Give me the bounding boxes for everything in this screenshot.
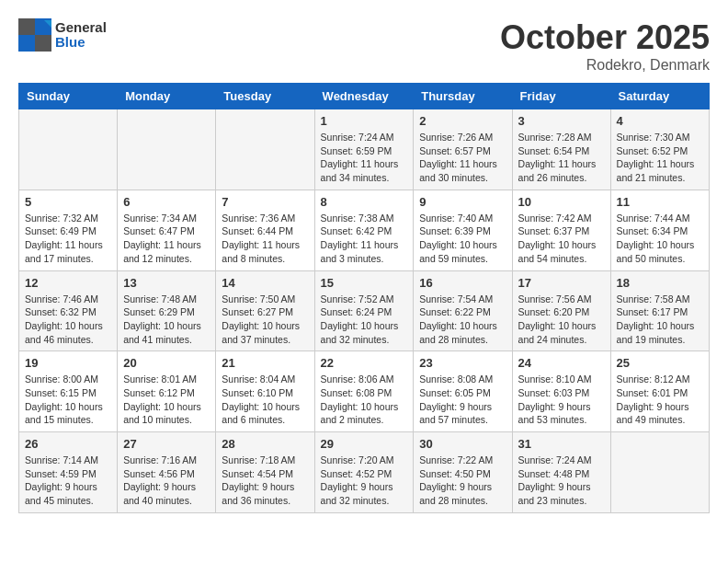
calendar-day-cell: 19Sunrise: 8:00 AM Sunset: 6:15 PM Dayli…: [19, 351, 118, 432]
day-of-week-header: Friday: [512, 84, 610, 109]
calendar-day-cell: 14Sunrise: 7:50 AM Sunset: 6:27 PM Dayli…: [216, 270, 314, 351]
location: Rodekro, Denmark: [500, 57, 710, 74]
calendar-day-cell: 24Sunrise: 8:10 AM Sunset: 6:03 PM Dayli…: [512, 351, 610, 432]
calendar-day-cell: 11Sunrise: 7:44 AM Sunset: 6:34 PM Dayli…: [610, 190, 709, 270]
day-info: Sunrise: 8:06 AM Sunset: 6:08 PM Dayligh…: [321, 373, 408, 427]
calendar-day-cell: 21Sunrise: 8:04 AM Sunset: 6:10 PM Dayli…: [216, 351, 314, 432]
day-info: Sunrise: 7:16 AM Sunset: 4:56 PM Dayligh…: [123, 454, 210, 508]
calendar-day-cell: [610, 432, 709, 513]
day-number: 28: [222, 437, 308, 451]
day-info: Sunrise: 8:08 AM Sunset: 6:05 PM Dayligh…: [419, 373, 506, 427]
day-number: 22: [321, 356, 408, 370]
day-info: Sunrise: 7:36 AM Sunset: 6:44 PM Dayligh…: [222, 212, 308, 266]
calendar-day-cell: 10Sunrise: 7:42 AM Sunset: 6:37 PM Dayli…: [512, 190, 610, 270]
calendar-header-row: SundayMondayTuesdayWednesdayThursdayFrid…: [19, 84, 710, 109]
calendar-week-row: 1Sunrise: 7:24 AM Sunset: 6:59 PM Daylig…: [19, 109, 710, 190]
logo-icon: [18, 18, 51, 52]
calendar-day-cell: 3Sunrise: 7:28 AM Sunset: 6:54 PM Daylig…: [512, 109, 610, 190]
calendar-day-cell: 30Sunrise: 7:22 AM Sunset: 4:50 PM Dayli…: [414, 432, 512, 513]
svg-rect-2: [18, 35, 35, 52]
day-info: Sunrise: 7:54 AM Sunset: 6:22 PM Dayligh…: [419, 293, 506, 347]
calendar-day-cell: 22Sunrise: 8:06 AM Sunset: 6:08 PM Dayli…: [314, 351, 414, 432]
day-number: 18: [617, 276, 703, 290]
calendar-day-cell: 2Sunrise: 7:26 AM Sunset: 6:57 PM Daylig…: [414, 109, 512, 190]
calendar-day-cell: 6Sunrise: 7:34 AM Sunset: 6:47 PM Daylig…: [118, 190, 216, 270]
calendar-day-cell: 23Sunrise: 8:08 AM Sunset: 6:05 PM Dayli…: [414, 351, 512, 432]
calendar-week-row: 5Sunrise: 7:32 AM Sunset: 6:49 PM Daylig…: [19, 190, 710, 270]
day-of-week-header: Sunday: [19, 84, 118, 109]
day-info: Sunrise: 7:48 AM Sunset: 6:29 PM Dayligh…: [123, 293, 210, 347]
day-number: 25: [617, 356, 703, 370]
day-number: 31: [518, 437, 605, 451]
day-number: 23: [419, 356, 506, 370]
day-info: Sunrise: 7:24 AM Sunset: 4:48 PM Dayligh…: [518, 454, 605, 508]
calendar-day-cell: 28Sunrise: 7:18 AM Sunset: 4:54 PM Dayli…: [216, 432, 314, 513]
day-number: 24: [518, 356, 605, 370]
page-header: General Blue October 2025 Rodekro, Denma…: [18, 18, 710, 74]
calendar-day-cell: 25Sunrise: 8:12 AM Sunset: 6:01 PM Dayli…: [610, 351, 709, 432]
day-info: Sunrise: 7:26 AM Sunset: 6:57 PM Dayligh…: [419, 131, 506, 185]
day-number: 20: [123, 356, 210, 370]
calendar-day-cell: 4Sunrise: 7:30 AM Sunset: 6:52 PM Daylig…: [610, 109, 709, 190]
calendar-day-cell: 9Sunrise: 7:40 AM Sunset: 6:39 PM Daylig…: [414, 190, 512, 270]
day-info: Sunrise: 7:46 AM Sunset: 6:32 PM Dayligh…: [25, 293, 111, 347]
day-info: Sunrise: 7:40 AM Sunset: 6:39 PM Dayligh…: [419, 212, 506, 266]
calendar-day-cell: 1Sunrise: 7:24 AM Sunset: 6:59 PM Daylig…: [314, 109, 414, 190]
day-info: Sunrise: 8:01 AM Sunset: 6:12 PM Dayligh…: [123, 373, 210, 427]
day-number: 12: [25, 276, 111, 290]
day-number: 3: [518, 114, 605, 128]
calendar-day-cell: 7Sunrise: 7:36 AM Sunset: 6:44 PM Daylig…: [216, 190, 314, 270]
day-of-week-header: Saturday: [610, 84, 709, 109]
day-info: Sunrise: 8:12 AM Sunset: 6:01 PM Dayligh…: [617, 373, 703, 427]
day-number: 6: [123, 195, 210, 209]
day-of-week-header: Tuesday: [216, 84, 314, 109]
day-number: 15: [321, 276, 408, 290]
day-number: 29: [321, 437, 408, 451]
calendar-day-cell: 12Sunrise: 7:46 AM Sunset: 6:32 PM Dayli…: [19, 270, 118, 351]
calendar-day-cell: 16Sunrise: 7:54 AM Sunset: 6:22 PM Dayli…: [414, 270, 512, 351]
calendar-day-cell: [19, 109, 118, 190]
calendar-day-cell: 20Sunrise: 8:01 AM Sunset: 6:12 PM Dayli…: [118, 351, 216, 432]
day-number: 8: [321, 195, 408, 209]
day-info: Sunrise: 7:24 AM Sunset: 6:59 PM Dayligh…: [321, 131, 408, 185]
day-number: 26: [25, 437, 111, 451]
day-number: 2: [419, 114, 506, 128]
day-info: Sunrise: 8:00 AM Sunset: 6:15 PM Dayligh…: [25, 373, 111, 427]
calendar-day-cell: 15Sunrise: 7:52 AM Sunset: 6:24 PM Dayli…: [314, 270, 414, 351]
day-number: 4: [617, 114, 703, 128]
day-info: Sunrise: 7:58 AM Sunset: 6:17 PM Dayligh…: [617, 293, 703, 347]
day-number: 5: [25, 195, 111, 209]
day-info: Sunrise: 7:30 AM Sunset: 6:52 PM Dayligh…: [617, 131, 703, 185]
day-info: Sunrise: 7:42 AM Sunset: 6:37 PM Dayligh…: [518, 212, 605, 266]
day-info: Sunrise: 7:20 AM Sunset: 4:52 PM Dayligh…: [321, 454, 408, 508]
svg-rect-3: [35, 35, 51, 52]
day-info: Sunrise: 7:14 AM Sunset: 4:59 PM Dayligh…: [25, 454, 111, 508]
day-number: 14: [222, 276, 308, 290]
logo: General Blue: [18, 18, 107, 52]
day-info: Sunrise: 7:18 AM Sunset: 4:54 PM Dayligh…: [222, 454, 308, 508]
day-info: Sunrise: 7:28 AM Sunset: 6:54 PM Dayligh…: [518, 131, 605, 185]
day-info: Sunrise: 8:04 AM Sunset: 6:10 PM Dayligh…: [222, 373, 308, 427]
calendar-day-cell: 27Sunrise: 7:16 AM Sunset: 4:56 PM Dayli…: [118, 432, 216, 513]
day-info: Sunrise: 7:50 AM Sunset: 6:27 PM Dayligh…: [222, 293, 308, 347]
calendar-week-row: 26Sunrise: 7:14 AM Sunset: 4:59 PM Dayli…: [19, 432, 710, 513]
day-number: 1: [321, 114, 408, 128]
calendar-day-cell: 17Sunrise: 7:56 AM Sunset: 6:20 PM Dayli…: [512, 270, 610, 351]
day-number: 21: [222, 356, 308, 370]
logo-blue: Blue: [55, 34, 85, 50]
day-number: 10: [518, 195, 605, 209]
day-of-week-header: Wednesday: [314, 84, 414, 109]
day-of-week-header: Thursday: [414, 84, 512, 109]
day-info: Sunrise: 7:52 AM Sunset: 6:24 PM Dayligh…: [321, 293, 408, 347]
day-number: 19: [25, 356, 111, 370]
day-info: Sunrise: 7:56 AM Sunset: 6:20 PM Dayligh…: [518, 293, 605, 347]
day-info: Sunrise: 7:32 AM Sunset: 6:49 PM Dayligh…: [25, 212, 111, 266]
day-info: Sunrise: 8:10 AM Sunset: 6:03 PM Dayligh…: [518, 373, 605, 427]
day-of-week-header: Monday: [118, 84, 216, 109]
calendar-week-row: 19Sunrise: 8:00 AM Sunset: 6:15 PM Dayli…: [19, 351, 710, 432]
day-number: 27: [123, 437, 210, 451]
day-number: 13: [123, 276, 210, 290]
calendar-day-cell: 18Sunrise: 7:58 AM Sunset: 6:17 PM Dayli…: [610, 270, 709, 351]
day-info: Sunrise: 7:34 AM Sunset: 6:47 PM Dayligh…: [123, 212, 210, 266]
day-number: 11: [617, 195, 703, 209]
